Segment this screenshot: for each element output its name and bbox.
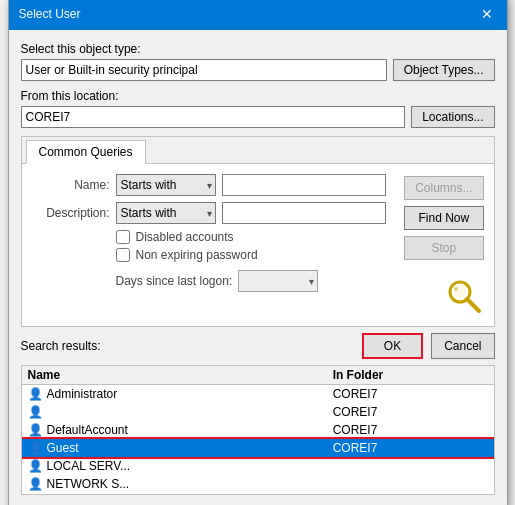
stop-button[interactable]: Stop bbox=[404, 236, 483, 260]
table-row[interactable]: 👤GuestCOREI7 bbox=[22, 439, 494, 457]
search-results-label: Search results: bbox=[21, 339, 354, 353]
days-label: Days since last logon: bbox=[116, 274, 233, 288]
right-panel: Columns... Find Now Stop bbox=[404, 174, 483, 316]
disabled-accounts-checkbox[interactable] bbox=[116, 230, 130, 244]
svg-point-3 bbox=[454, 287, 458, 291]
dialog-title: Select User bbox=[19, 7, 81, 21]
location-row: From this location: Locations... bbox=[21, 89, 495, 128]
column-folder: In Folder bbox=[327, 366, 494, 385]
find-now-button[interactable]: Find Now bbox=[404, 206, 483, 230]
description-label: Description: bbox=[32, 206, 110, 220]
days-select[interactable] bbox=[238, 270, 318, 292]
description-starts-select[interactable]: Starts with Is (exactly) bbox=[116, 202, 216, 224]
results-container: Name In Folder 👤AdministratorCOREI7👤CORE… bbox=[21, 365, 495, 495]
name-starts-wrapper[interactable]: Starts with Is (exactly) bbox=[116, 174, 216, 196]
tab-content: Name: Starts with Is (exactly) D bbox=[22, 164, 494, 326]
svg-line-2 bbox=[467, 299, 479, 311]
user-icon: 👤 bbox=[28, 459, 43, 473]
tab-container: Common Queries Name: Starts with Is (exa… bbox=[21, 136, 495, 327]
select-user-dialog: Select User ✕ Select this object type: O… bbox=[8, 0, 508, 505]
results-table: Name In Folder 👤AdministratorCOREI7👤CORE… bbox=[22, 366, 494, 493]
tab-common-queries[interactable]: Common Queries bbox=[26, 140, 146, 164]
description-starts-wrapper[interactable]: Starts with Is (exactly) bbox=[116, 202, 216, 224]
table-header-row: Name In Folder bbox=[22, 366, 494, 385]
object-types-button[interactable]: Object Types... bbox=[393, 59, 495, 81]
name-starts-select[interactable]: Starts with Is (exactly) bbox=[116, 174, 216, 196]
object-type-label: Select this object type: bbox=[21, 42, 495, 56]
table-row[interactable]: 👤LOCAL SERV... bbox=[22, 457, 494, 475]
user-icon: 👤 bbox=[28, 477, 43, 491]
name-value-input[interactable] bbox=[222, 174, 387, 196]
columns-button[interactable]: Columns... bbox=[404, 176, 483, 200]
user-icon: 👤 bbox=[28, 387, 43, 401]
disabled-accounts-label: Disabled accounts bbox=[136, 230, 234, 244]
days-select-wrapper[interactable] bbox=[238, 270, 318, 292]
user-icon: 👤 bbox=[28, 441, 43, 455]
close-button[interactable]: ✕ bbox=[477, 4, 497, 24]
location-input[interactable] bbox=[21, 106, 406, 128]
search-magnifier-icon bbox=[444, 276, 484, 316]
query-fields: Name: Starts with Is (exactly) D bbox=[32, 174, 387, 316]
title-bar: Select User ✕ bbox=[9, 0, 507, 30]
user-icon: 👤 bbox=[28, 423, 43, 437]
dialog-body: Select this object type: Object Types...… bbox=[9, 30, 507, 505]
user-icon: 👤 bbox=[28, 405, 43, 419]
name-label: Name: bbox=[32, 178, 110, 192]
object-type-input[interactable] bbox=[21, 59, 387, 81]
table-row[interactable]: 👤NETWORK S... bbox=[22, 475, 494, 493]
cancel-button[interactable]: Cancel bbox=[431, 333, 494, 359]
table-row[interactable]: 👤COREI7 bbox=[22, 403, 494, 421]
table-row[interactable]: 👤DefaultAccountCOREI7 bbox=[22, 421, 494, 439]
location-label: From this location: bbox=[21, 89, 495, 103]
search-results-bar: Search results: OK Cancel bbox=[21, 327, 495, 365]
disabled-accounts-row: Disabled accounts bbox=[116, 230, 387, 244]
ok-button[interactable]: OK bbox=[362, 333, 423, 359]
locations-button[interactable]: Locations... bbox=[411, 106, 494, 128]
tab-header: Common Queries bbox=[22, 137, 494, 164]
non-expiring-label: Non expiring password bbox=[136, 248, 258, 262]
svg-point-1 bbox=[453, 285, 467, 299]
non-expiring-checkbox[interactable] bbox=[116, 248, 130, 262]
non-expiring-row: Non expiring password bbox=[116, 248, 387, 262]
table-row[interactable]: 👤AdministratorCOREI7 bbox=[22, 385, 494, 404]
description-value-input[interactable] bbox=[222, 202, 387, 224]
object-type-row: Select this object type: Object Types... bbox=[21, 42, 495, 81]
column-name: Name bbox=[22, 366, 327, 385]
